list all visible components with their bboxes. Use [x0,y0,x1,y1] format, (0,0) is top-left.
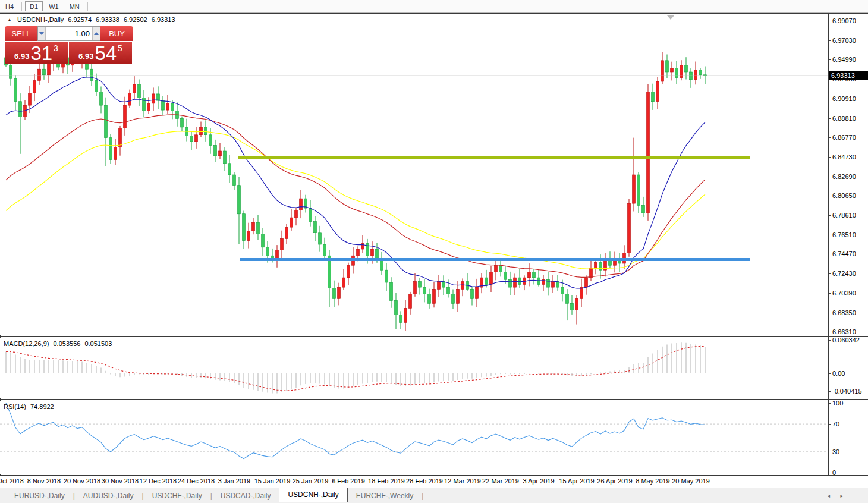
volume-input[interactable] [46,27,92,40]
volume-control [37,26,100,41]
rsi-plot[interactable] [0,401,828,474]
price-axis-label: 6.88810 [832,115,856,122]
price-axis-tick [829,99,831,99]
price-axis-tick [829,332,831,332]
volume-increase-button[interactable] [92,27,100,40]
buy-button[interactable]: BUY [100,26,133,41]
price-axis-label: 6.66310 [832,328,856,335]
timeframe-button-w1[interactable]: W1 [44,1,64,11]
sell-price-prefix: 6.93 [14,52,29,61]
chevron-up-icon [94,32,99,35]
price-axis-tick [829,118,831,119]
chart-tab-bar: EURUSD-,Daily|AUDUSD-,Daily|USDCHF-,Dail… [0,488,868,503]
price-axis-label: 6.70390 [832,290,856,297]
price-axis-label: 6.82690 [832,173,856,180]
ohlc-close: 6.93313 [152,16,175,23]
price-axis-tick [829,157,831,158]
toolbar-separator [87,2,88,11]
sell-button[interactable]: SELL [5,26,37,41]
price-axis-tick [829,59,831,60]
tab-usdcad-daily[interactable]: USDCAD-,Daily [212,490,279,502]
date-axis[interactable]: 29 Oct 20188 Nov 201820 Nov 201830 Nov 2… [0,476,868,487]
panel-separator[interactable] [0,336,868,337]
rsi-name: RSI(14) [4,403,26,410]
price-axis-label: 6.94990 [832,56,856,63]
sell-price-pips: 31 [30,45,52,62]
tab-eurchf-weekly[interactable]: EURCHF-,Weekly [348,490,422,502]
rsi-axis-tick [829,452,831,452]
macd-panel[interactable]: MACD(12,26,9) 0.053556 0.051503 [0,338,828,398]
price-axis-tick [829,215,831,216]
timeframe-button-d1[interactable]: D1 [25,1,43,11]
price-axis-tick [829,235,831,235]
toolbar-separator [21,2,22,11]
timeframe-toolbar: H4D1W1MN [0,0,868,13]
price-axis-label: 6.90910 [832,95,856,102]
price-axis-label: 6.68350 [832,309,856,316]
price-axis-tick [829,137,831,138]
macd-label: MACD(12,26,9) 0.053556 0.051503 [4,340,114,347]
rsi-value: 74.8922 [30,403,54,410]
rsi-panel[interactable]: RSI(14) 74.8922 [0,401,828,474]
tab-eurusd-daily[interactable]: EURUSD-,Daily [6,490,73,502]
price-axis[interactable]: 6.990706.970306.949906.929506.909106.888… [829,14,868,475]
main-chart[interactable]: ▲ USDCNH-,Daily 6.92574 6.93338 6.92502 … [0,14,828,335]
buy-price-pips: 54 [95,45,117,62]
sell-price-point: 3 [54,43,58,53]
tab-scroll-left-icon[interactable]: ◂ [827,493,830,499]
price-axis-tick [829,40,831,41]
macd-axis-tick [829,340,831,341]
tab-usdchf-daily[interactable]: USDCHF-,Daily [144,490,210,502]
macd-name: MACD(12,26,9) [4,340,49,347]
price-axis-tick [829,21,831,21]
mt4-window: { "toolbar": { "timeframes": [ {"label":… [0,0,868,503]
price-axis-label: 6.78610 [832,212,856,219]
tab-usdcnh-daily[interactable]: USDCNH-,Daily [279,488,347,502]
symbol-period-label: USDCNH-,Daily [17,16,64,23]
buy-price-point: 5 [118,43,122,53]
macd-axis-tick [829,373,831,374]
buy-price-display[interactable]: 6.93545 [69,42,132,64]
price-axis-tick [829,196,831,196]
rsi-axis-tick [829,424,831,425]
timeframe-button-mn[interactable]: MN [65,1,84,11]
price-axis-label: 6.86770 [832,134,856,141]
macd-value-main: 0.053556 [53,340,80,347]
chart-title: ▲ USDCNH-,Daily 6.92574 6.93338 6.92502 … [7,16,178,23]
ohlc-high: 6.93338 [96,16,119,23]
macd-axis-label: -0.040415 [832,388,862,395]
ohlc-low: 6.92502 [124,16,147,23]
price-axis-label: 6.84730 [832,153,856,161]
price-axis-tick [829,273,831,274]
macd-plot[interactable] [0,338,828,398]
one-click-trading-panel: SELL BUY 6.93313 6.93545 [5,26,133,64]
collapse-panel-icon[interactable]: ▲ [7,17,12,23]
price-axis-tick [829,177,831,177]
tab-scroll-right-icon[interactable]: ▸ [840,493,843,499]
rsi-axis-label: 70 [832,420,839,427]
chart-shift-icon[interactable] [667,15,674,20]
sell-price-display[interactable]: 6.93313 [5,42,68,64]
price-axis-label: 6.76510 [832,231,856,238]
price-axis-label: 6.99070 [832,17,856,24]
price-axis-label: 6.72430 [832,270,856,277]
rsi-axis-tick [829,473,831,473]
rsi-label: RSI(14) 74.8922 [4,403,56,410]
macd-axis-label: 0.00 [832,370,845,377]
rsi-axis-label: 30 [832,448,839,455]
price-axis-label: 6.97030 [832,37,856,44]
price-axis-tick [829,293,831,294]
price-axis-label: 6.74470 [832,250,856,257]
timeframe-button-h4[interactable]: H4 [1,1,18,11]
price-axis-label: 6.80650 [832,192,856,199]
chevron-down-icon [39,32,44,35]
price-axis-tick [829,313,831,313]
panel-separator[interactable] [0,399,868,400]
date-axis-label: 20 May 2019 [664,477,718,485]
macd-axis-tick [829,391,831,392]
rsi-axis-tick [829,403,831,404]
price-axis-tick [829,254,831,254]
tab-audusd-daily[interactable]: AUDUSD-,Daily [75,490,142,502]
volume-decrease-button[interactable] [38,27,46,40]
current-price-box: 6.93313 [829,71,868,80]
